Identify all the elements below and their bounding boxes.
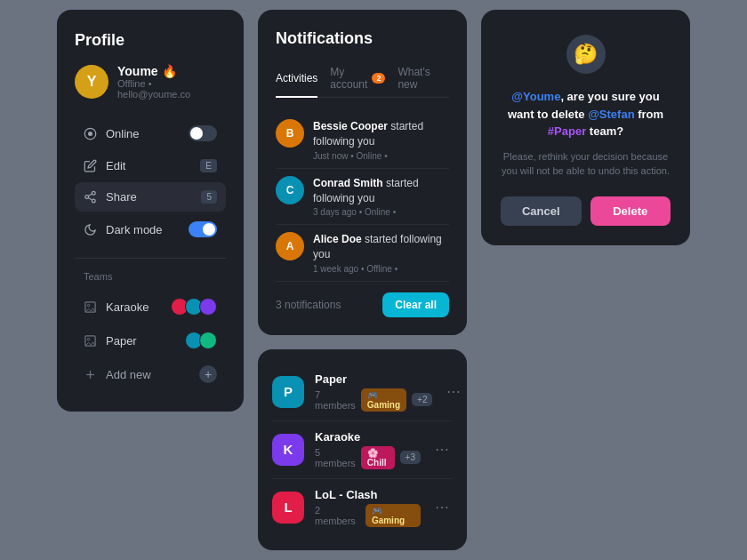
teams-list-item-paper: P Paper 7 members 🎮 Gaming +2 ⋯ bbox=[272, 364, 453, 421]
svg-line-6 bbox=[88, 194, 92, 196]
dialog-hash-paper: #Paper bbox=[548, 124, 586, 138]
team-row-name-karaoke: Karaoke bbox=[315, 430, 421, 444]
svg-line-5 bbox=[88, 198, 92, 200]
team-letter-avatar-karaoke: K bbox=[272, 434, 304, 466]
notifications-tabs: Activities My account 2 What's new bbox=[276, 60, 449, 98]
user-name: Youme 🔥 bbox=[117, 64, 226, 78]
profile-user: Y Youme 🔥 Offline • hello@youme.co bbox=[75, 64, 226, 100]
user-status: Offline • hello@youme.co bbox=[117, 78, 226, 100]
tag-extra-paper: +2 bbox=[412, 393, 432, 406]
menu-item-online[interactable]: Online bbox=[75, 117, 226, 149]
team-row-info-paper: Paper 7 members 🎮 Gaming +2 bbox=[315, 372, 432, 412]
tab-activities[interactable]: Activities bbox=[276, 60, 317, 98]
tag-chill-karaoke: 🌸 Chill bbox=[361, 446, 395, 469]
team-menu-lol[interactable]: ⋯ bbox=[431, 495, 453, 519]
profile-divider bbox=[75, 258, 226, 259]
team-avatars-karaoke bbox=[174, 298, 217, 316]
teams-list-item-karaoke: K Karaoke 5 members 🌸 Chill +3 ⋯ bbox=[272, 421, 453, 479]
team-row-name-paper: Paper bbox=[315, 372, 432, 386]
svg-point-4 bbox=[92, 199, 95, 203]
myaccount-badge: 2 bbox=[372, 73, 385, 84]
svg-point-2 bbox=[92, 191, 95, 195]
team-row-info-lol: LoL - Clash 2 members 🎮 Gaming bbox=[315, 488, 421, 527]
menu-item-edit[interactable]: Edit E bbox=[75, 151, 226, 180]
team-letter-avatar-paper: P bbox=[272, 376, 304, 408]
team-menu-paper[interactable]: ⋯ bbox=[443, 380, 464, 404]
share-badge: 5 bbox=[201, 190, 217, 204]
dialog-buttons: Cancel Delete bbox=[501, 196, 671, 226]
notifications-footer: 3 notifications Clear all bbox=[276, 292, 449, 317]
tag-gaming-lol: 🎮 Gaming bbox=[365, 504, 421, 527]
online-label: Online bbox=[106, 127, 180, 140]
darkmode-label: Dark mode bbox=[106, 223, 180, 236]
notif-count: 3 notifications bbox=[276, 299, 341, 311]
tab-myaccount[interactable]: My account 2 bbox=[330, 60, 385, 98]
svg-point-10 bbox=[87, 338, 90, 340]
edit-key-badge: E bbox=[200, 159, 217, 172]
dialog-mention-stefan: @Stefan bbox=[588, 108, 634, 121]
notif-text-0: Bessie Cooper started following you bbox=[313, 119, 449, 149]
notif-avatar-2: A bbox=[276, 232, 304, 260]
notif-avatar-1: C bbox=[276, 176, 304, 204]
clear-all-button[interactable]: Clear all bbox=[382, 292, 449, 317]
notif-item-0: B Bessie Cooper started following you Ju… bbox=[276, 112, 449, 169]
team-name-karaoke: Karaoke bbox=[106, 300, 165, 314]
darkmode-icon bbox=[84, 223, 97, 236]
team-row-name-lol: LoL - Clash bbox=[315, 488, 421, 501]
team-avatars-paper bbox=[189, 332, 217, 349]
notifications-title: Notifications bbox=[276, 29, 449, 48]
add-new-button[interactable]: Add new + bbox=[75, 358, 226, 390]
notifications-card: Notifications Activities My account 2 Wh… bbox=[258, 10, 467, 335]
tag-gaming-paper: 🎮 Gaming bbox=[361, 388, 406, 412]
teams-list-card: P Paper 7 members 🎮 Gaming +2 ⋯ K Karaok… bbox=[258, 349, 467, 550]
notif-text-1: Conrad Smith started following you bbox=[313, 176, 449, 206]
team-item-karaoke[interactable]: Karaoke bbox=[75, 291, 226, 323]
online-toggle[interactable] bbox=[189, 125, 217, 141]
dialog-mention-youme: @Youme bbox=[511, 90, 560, 103]
add-icon bbox=[84, 368, 97, 381]
team-menu-karaoke[interactable]: ⋯ bbox=[431, 437, 453, 461]
team-icon-karaoke bbox=[84, 300, 97, 314]
dialog-sub-text: Please, rethink your decision because yo… bbox=[501, 149, 671, 179]
svg-point-1 bbox=[88, 132, 92, 136]
dialog-main-text: @Youme, are you sure you want to delete … bbox=[501, 88, 671, 140]
svg-point-8 bbox=[87, 304, 90, 307]
tab-whatsnew[interactable]: What's new bbox=[398, 60, 437, 98]
delete-button[interactable]: Delete bbox=[590, 196, 671, 226]
dialog-card: 🤔 @Youme, are you sure you want to delet… bbox=[481, 10, 690, 245]
add-new-label: Add new bbox=[106, 368, 190, 381]
team-name-paper: Paper bbox=[106, 334, 180, 348]
team-row-meta-karaoke: 5 members 🌸 Chill +3 bbox=[315, 446, 421, 469]
notif-text-2: Alice Doe started following you bbox=[313, 232, 449, 262]
darkmode-toggle[interactable] bbox=[189, 221, 217, 237]
notif-avatar-0: B bbox=[276, 119, 304, 148]
svg-point-3 bbox=[85, 196, 89, 199]
menu-item-darkmode[interactable]: Dark mode bbox=[75, 213, 226, 245]
share-label: Share bbox=[106, 190, 192, 204]
share-icon bbox=[84, 190, 97, 204]
notif-meta-1: 3 days ago • Online • bbox=[313, 207, 449, 217]
profile-card: Profile Y Youme 🔥 Offline • hello@youme.… bbox=[57, 10, 244, 412]
team-item-paper[interactable]: Paper bbox=[75, 324, 226, 356]
team-row-info-karaoke: Karaoke 5 members 🌸 Chill +3 bbox=[315, 430, 421, 469]
tag-extra-karaoke: +3 bbox=[400, 451, 421, 464]
edit-label: Edit bbox=[106, 159, 191, 172]
team-row-meta-paper: 7 members 🎮 Gaming +2 bbox=[315, 388, 432, 412]
team-avatar bbox=[199, 298, 217, 316]
online-icon bbox=[84, 127, 97, 140]
teams-list-item-lol: L LoL - Clash 2 members 🎮 Gaming ⋯ bbox=[272, 479, 453, 536]
avatar: Y bbox=[75, 65, 108, 99]
menu-item-share[interactable]: Share 5 bbox=[75, 182, 226, 212]
edit-icon bbox=[84, 159, 97, 172]
team-avatar bbox=[199, 332, 217, 349]
notif-meta-2: 1 week ago • Offline • bbox=[313, 264, 449, 274]
profile-title: Profile bbox=[75, 31, 226, 50]
add-plus-icon: + bbox=[199, 365, 217, 383]
notif-item-1: C Conrad Smith started following you 3 d… bbox=[276, 169, 449, 226]
notif-item-2: A Alice Doe started following you 1 week… bbox=[276, 225, 449, 282]
middle-column: Notifications Activities My account 2 Wh… bbox=[258, 10, 467, 550]
teams-section-label: Teams bbox=[75, 271, 226, 282]
team-icon-paper bbox=[84, 334, 97, 348]
dialog-emoji: 🤔 bbox=[566, 35, 606, 74]
cancel-button[interactable]: Cancel bbox=[501, 196, 582, 226]
